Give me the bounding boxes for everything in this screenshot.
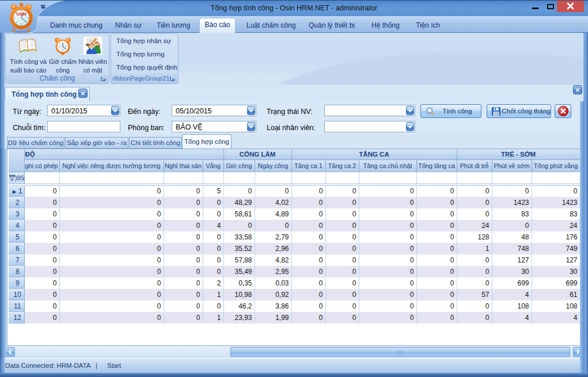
svg-text:OSIN: OSIN <box>16 12 26 16</box>
